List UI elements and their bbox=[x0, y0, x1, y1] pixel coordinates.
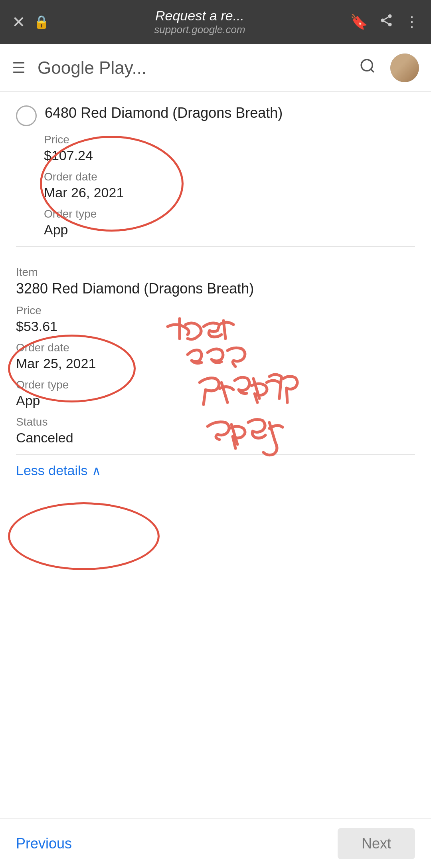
less-details-label: Less details bbox=[16, 463, 88, 478]
order-type-group-1: Order type App bbox=[44, 208, 415, 238]
item-name-1: 6480 Red Diamond (Dragons Breath) bbox=[45, 104, 283, 123]
share-icon[interactable] bbox=[379, 13, 393, 31]
order-date-value-2: Mar 25, 2021 bbox=[16, 356, 415, 371]
search-icon[interactable] bbox=[359, 57, 376, 78]
hamburger-icon[interactable]: ☰ bbox=[12, 59, 26, 77]
order-type-group-2: Order type App bbox=[16, 379, 415, 408]
order-type-value-2: App bbox=[16, 393, 415, 408]
item-label-2: Item bbox=[16, 266, 415, 279]
bookmark-icon[interactable]: 🔖 bbox=[350, 14, 368, 30]
close-icon[interactable]: ✕ bbox=[12, 13, 26, 31]
order-item-2: Item 3280 Red Diamond (Dragons Breath) P… bbox=[16, 247, 415, 455]
price-label-2: Price bbox=[16, 304, 415, 317]
svg-line-4 bbox=[384, 17, 388, 19]
browser-bar: ✕ 🔒 Request a re... support.google.com 🔖… bbox=[0, 0, 431, 44]
price-value-2: $53.61 bbox=[16, 319, 415, 334]
order-item-1: 6480 Red Diamond (Dragons Breath) Price … bbox=[16, 92, 415, 247]
svg-point-1 bbox=[381, 18, 385, 22]
order-date-label-1: Order date bbox=[44, 170, 415, 183]
svg-line-6 bbox=[371, 69, 374, 72]
order-date-label-2: Order date bbox=[16, 341, 415, 354]
order-type-value-1: App bbox=[44, 222, 415, 238]
order-date-group-2: Order date Mar 25, 2021 bbox=[16, 341, 415, 371]
url-text: support.google.com bbox=[154, 24, 245, 36]
order-date-group-1: Order date Mar 26, 2021 bbox=[44, 170, 415, 200]
previous-button[interactable]: Previous bbox=[16, 835, 72, 852]
price-label-1: Price bbox=[44, 133, 415, 146]
app-title: Google Play... bbox=[38, 58, 351, 78]
svg-line-3 bbox=[384, 21, 388, 24]
order-type-label-1: Order type bbox=[44, 208, 415, 220]
url-block: Request a re... support.google.com bbox=[57, 8, 342, 36]
status-value-2: Canceled bbox=[16, 430, 415, 446]
app-bar: ☰ Google Play... bbox=[0, 44, 431, 92]
next-button[interactable]: Next bbox=[338, 828, 415, 859]
order-date-value-1: Mar 26, 2021 bbox=[44, 185, 415, 200]
page-title: Request a re... bbox=[155, 8, 244, 24]
less-details-button[interactable]: Less details ∧ bbox=[16, 455, 415, 482]
chevron-up-icon: ∧ bbox=[92, 463, 101, 478]
svg-point-2 bbox=[388, 23, 392, 26]
price-group-1: Price $107.24 bbox=[44, 133, 415, 163]
main-content: 6480 Red Diamond (Dragons Breath) Price … bbox=[0, 92, 431, 538]
price-value-1: $107.24 bbox=[44, 148, 415, 163]
bottom-navigation: Previous Next bbox=[0, 818, 431, 868]
order-type-label-2: Order type bbox=[16, 379, 415, 391]
item-group-2: Item 3280 Red Diamond (Dragons Breath) bbox=[16, 266, 415, 297]
status-label-2: Status bbox=[16, 416, 415, 428]
avatar[interactable] bbox=[390, 54, 419, 82]
price-group-2: Price $53.61 bbox=[16, 304, 415, 334]
item-name-2: 3280 Red Diamond (Dragons Breath) bbox=[16, 280, 415, 297]
svg-point-5 bbox=[361, 59, 372, 71]
avatar-image bbox=[390, 54, 419, 82]
more-icon[interactable]: ⋮ bbox=[405, 14, 419, 30]
status-group-2: Status Canceled bbox=[16, 416, 415, 446]
lock-icon: 🔒 bbox=[34, 14, 49, 30]
browser-actions: 🔖 ⋮ bbox=[350, 13, 419, 31]
svg-point-0 bbox=[388, 14, 392, 18]
radio-button-1[interactable] bbox=[16, 105, 37, 126]
